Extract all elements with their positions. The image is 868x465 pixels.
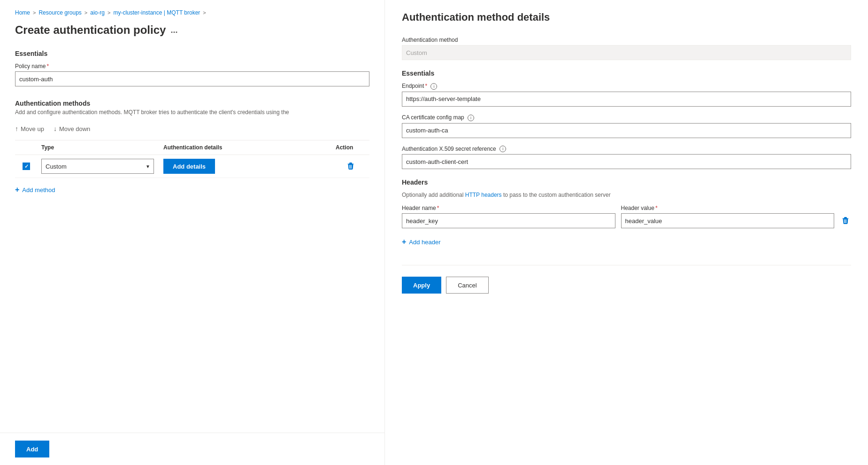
x509-info-icon[interactable]: i (499, 146, 506, 152)
policy-name-input[interactable] (15, 71, 369, 86)
right-panel: Authentication method details Authentica… (385, 0, 868, 465)
breadcrumb-sep-4: > (203, 10, 206, 16)
row-checkbox[interactable] (23, 163, 30, 170)
endpoint-info-icon[interactable]: i (430, 83, 437, 90)
header-value-input[interactable] (621, 213, 835, 228)
auth-methods-desc: Add and configure authentication methods… (15, 109, 369, 116)
page-menu-button[interactable]: ... (170, 25, 177, 35)
table-row: Custom X.509 ServiceAccountToken Kerbero… (15, 155, 369, 178)
add-header-button[interactable]: + Add header (402, 234, 441, 250)
header-row: Header name* Header value* (402, 205, 851, 228)
move-buttons-group: ↑ Move up ↓ Move down (15, 123, 369, 134)
auth-method-field: Authentication method Custom (402, 37, 851, 60)
add-method-label: Add method (22, 186, 55, 194)
move-up-button[interactable]: ↑ Move up (15, 123, 44, 134)
policy-name-label: Policy name* (15, 63, 369, 70)
move-down-button[interactable]: ↓ Move down (54, 123, 90, 134)
endpoint-input[interactable] (402, 92, 851, 107)
header-value-label: Header value* (621, 205, 835, 211)
headers-section-title: Headers (402, 178, 851, 186)
type-select[interactable]: Custom X.509 ServiceAccountToken Kerbero… (41, 159, 154, 174)
breadcrumb-sep-1: > (33, 10, 36, 16)
headers-section: Headers Optionally add additional HTTP h… (402, 178, 851, 250)
page-title: Create authentication policy (15, 23, 166, 37)
move-down-arrow-icon: ↓ (54, 125, 57, 132)
move-up-label: Move up (21, 125, 44, 132)
apply-button[interactable]: Apply (402, 277, 441, 294)
policy-name-field: Policy name* (15, 63, 369, 86)
add-header-label: Add header (409, 239, 440, 246)
add-button[interactable]: Add (15, 441, 49, 457)
move-down-label: Move down (59, 125, 90, 132)
add-method-plus-icon: + (15, 186, 19, 194)
row-action-cell (332, 163, 369, 170)
page-header: Create authentication policy ... (15, 23, 369, 37)
row-auth-details-cell: Add details (160, 159, 332, 174)
headers-desc: Optionally add additional HTTP headers t… (402, 192, 851, 198)
ca-cert-label: CA certificate config map i (402, 114, 851, 121)
breadcrumb-cluster-instance[interactable]: my-cluster-instance | MQTT broker (113, 9, 200, 16)
right-panel-title: Authentication method details (402, 11, 851, 23)
breadcrumb: Home > Resource groups > aio-rg > my-clu… (15, 9, 369, 16)
add-details-button[interactable]: Add details (163, 159, 215, 174)
auth-method-display: Custom (402, 45, 851, 60)
ca-cert-field: CA certificate config map i (402, 114, 851, 138)
header-name-input[interactable] (402, 213, 615, 228)
breadcrumb-sep-3: > (108, 10, 110, 16)
auth-method-label: Authentication method (402, 37, 851, 43)
header-name-label: Header name* (402, 205, 615, 211)
row-type-cell: Custom X.509 ServiceAccountToken Kerbero… (38, 159, 160, 174)
x509-field: Authentication X.509 secret reference i (402, 146, 851, 170)
add-method-button[interactable]: + Add method (15, 180, 55, 200)
breadcrumb-aio-rg[interactable]: aio-rg (90, 9, 105, 16)
table-header-action: Action (332, 144, 369, 151)
table-header-type: Type (38, 144, 160, 151)
right-bottom-bar: Apply Cancel (402, 265, 851, 294)
cancel-button[interactable]: Cancel (446, 277, 488, 294)
breadcrumb-resource-groups[interactable]: Resource groups (38, 9, 81, 16)
x509-label: Authentication X.509 secret reference i (402, 146, 851, 153)
left-bottom-bar: Add (0, 433, 384, 465)
table-header-checkbox-col (15, 144, 38, 151)
delete-row-icon[interactable] (336, 163, 366, 170)
ca-cert-info-icon[interactable]: i (468, 115, 474, 121)
endpoint-label: Endpoint* i (402, 83, 851, 90)
table-header-row: Type Authentication details Action (15, 140, 369, 155)
left-panel: Home > Resource groups > aio-rg > my-clu… (0, 0, 385, 465)
add-header-plus-icon: + (402, 238, 406, 246)
auth-methods-table: Type Authentication details Action Custo… (15, 140, 369, 178)
move-up-arrow-icon: ↑ (15, 125, 18, 132)
header-name-field: Header name* (402, 205, 615, 228)
auth-methods-title: Authentication methods (15, 100, 369, 107)
delete-header-icon[interactable] (840, 215, 851, 228)
ca-cert-input[interactable] (402, 123, 851, 138)
x509-input[interactable] (402, 154, 851, 169)
header-value-field: Header value* (621, 205, 835, 228)
row-checkbox-cell (15, 163, 38, 170)
right-essentials-title: Essentials (402, 70, 851, 77)
breadcrumb-sep-2: > (84, 10, 87, 16)
endpoint-field: Endpoint* i (402, 83, 851, 107)
type-select-wrapper: Custom X.509 ServiceAccountToken Kerbero… (41, 159, 154, 174)
essentials-section-title: Essentials (15, 50, 369, 57)
table-header-auth-details: Authentication details (160, 144, 332, 151)
breadcrumb-home[interactable]: Home (15, 9, 30, 16)
